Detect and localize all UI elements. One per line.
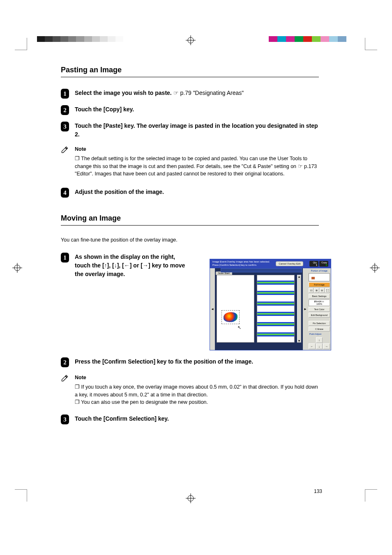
basic-settings-button[interactable]: Basic Settings	[309, 294, 330, 299]
portion-of-image-label: Portion of Image	[309, 269, 330, 272]
step-2: 2 Press the [Confirm Selection] key to f…	[61, 357, 319, 367]
step-text: Touch the	[75, 122, 104, 129]
touchscreen-illustration: Image Event:Overlay image area has been …	[210, 259, 331, 350]
arrow-key-label: [↑]	[102, 262, 109, 269]
note-text: ❐ The default setting is for the selecte…	[75, 156, 317, 177]
step-4: 4 Adjust the position of the image.	[61, 188, 319, 198]
crop-mark	[11, 34, 27, 50]
fix-selection-button[interactable]: Fix Selection	[309, 321, 330, 326]
ss-status-line2: Press [Confirm Selection] key to confirm…	[212, 264, 270, 267]
step-text: key.	[157, 415, 169, 422]
zoom-out-button[interactable]: ⊖	[320, 288, 325, 293]
note-label: Note	[75, 374, 319, 382]
pencil-note-icon	[61, 374, 69, 382]
cursor-icon: ↖	[238, 325, 241, 330]
step-2: 2 Touch the [Copy] key.	[61, 105, 319, 115]
arrow-key-label: [←]	[122, 262, 131, 269]
crop-mark	[365, 34, 381, 50]
registration-mark	[370, 263, 380, 273]
ss-status-line1: Image Event:Overlay image area has been …	[212, 260, 270, 264]
registration-mark	[186, 35, 196, 45]
overlay-image-selection[interactable]	[221, 310, 240, 324]
preview-page-left[interactable]: ↖	[217, 275, 254, 343]
move-right-button[interactable]: →	[323, 343, 330, 349]
section-heading-pasting: Pasting an Image	[61, 66, 319, 77]
move-up-button[interactable]: ↑	[316, 337, 323, 343]
move-down-button[interactable]: ↓	[316, 343, 323, 349]
step-number-icon: 2	[61, 105, 69, 115]
step-text: Adjust the position of the image.	[75, 188, 164, 196]
key-label: [Copy]	[104, 106, 122, 113]
arrow-key-label: [↓]	[112, 262, 119, 269]
pencil-note-icon	[61, 145, 69, 154]
registration-mark	[186, 493, 196, 503]
page-number: 133	[314, 488, 322, 494]
step-3: 3 Touch the [Paste] key. The overlay ima…	[61, 122, 319, 139]
registration-mark	[12, 263, 22, 273]
horizontal-scrollbar[interactable]	[221, 268, 302, 272]
edit-background-button[interactable]: Edit Background	[309, 313, 330, 318]
point-adjust-label: Point Adjust	[309, 332, 330, 336]
image-portion-thumbnail[interactable]	[309, 273, 330, 281]
preview-page-right[interactable]	[257, 275, 295, 343]
crop-mark	[11, 489, 27, 506]
fish-image	[224, 312, 238, 322]
grayscale-strip	[37, 36, 123, 42]
scroll-up-icon[interactable]: ▲	[298, 275, 301, 278]
step-text: Touch the	[75, 106, 104, 113]
step-text: Touch the	[75, 415, 104, 422]
note-text: ❐ You can also use the pen to designate …	[75, 398, 319, 406]
note-block: Note ❐ The default setting is for the se…	[61, 145, 319, 178]
step-text: key to fix the position of the image.	[155, 358, 253, 365]
step-number-icon: 2	[61, 357, 69, 367]
note-block: Note ❐ If you touch a key once, the over…	[61, 374, 319, 406]
step-number-icon: 1	[61, 89, 69, 99]
text-color-button[interactable]: Text Color	[309, 307, 330, 312]
key-label: [Paste]	[104, 122, 123, 129]
step-1: 1 As shown in the display on the right, …	[61, 253, 189, 279]
step-number-icon: 3	[61, 122, 69, 131]
step-text: Press the	[75, 358, 102, 365]
copy-value: 0	[326, 264, 327, 266]
step-text: key.	[122, 106, 134, 113]
cancel-overlay-edit-button[interactable]: Cancel Overlay Edit	[276, 261, 303, 266]
step-ref: ☞ p.79 "Designating Areas"	[173, 90, 244, 96]
step-number-icon: 1	[61, 253, 69, 263]
note-text: ❐ If you touch a key once, the overlay i…	[75, 383, 319, 399]
note-label: Note	[75, 145, 319, 153]
paper-size-indicator: 8½×14 ▭100%	[309, 299, 330, 306]
color-strip	[269, 36, 355, 42]
key-label: [Confirm Selection]	[104, 415, 157, 422]
zoom-fit-button[interactable]: ⛶	[325, 288, 330, 293]
section-heading-moving: Moving an Image	[61, 214, 319, 226]
tab-scroll-right-button[interactable]: ►	[303, 268, 308, 350]
zoom-mode-button[interactable]: ⊡	[309, 288, 314, 293]
step-text: Select the image you wish to paste.	[75, 90, 173, 96]
step-3: 3 Touch the [Confirm Selection] key.	[61, 415, 319, 424]
move-left-button[interactable]: ←	[309, 343, 316, 349]
zoom-in-button[interactable]: ⊕	[314, 288, 319, 293]
tab-scroll-left-button[interactable]: ◄	[210, 268, 215, 350]
section-intro: You can fine-tune the position of the ov…	[61, 237, 319, 243]
arrow-key-label: [→]	[141, 262, 150, 269]
full-image-button[interactable]: Full Image	[309, 282, 330, 287]
crop-mark	[365, 489, 381, 506]
step-1: 1 Select the image you wish to paste. ☞ …	[61, 89, 319, 99]
erase-button[interactable]: C Erase	[309, 327, 330, 332]
step-number-icon: 3	[61, 415, 69, 424]
qty-value: 1	[316, 264, 317, 266]
scroll-down-icon[interactable]: ▼	[298, 339, 301, 342]
vertical-scrollbar[interactable]: ▲ ▼	[297, 275, 301, 343]
step-number-icon: 4	[61, 188, 69, 198]
key-label: [Confirm Selection]	[102, 358, 155, 365]
